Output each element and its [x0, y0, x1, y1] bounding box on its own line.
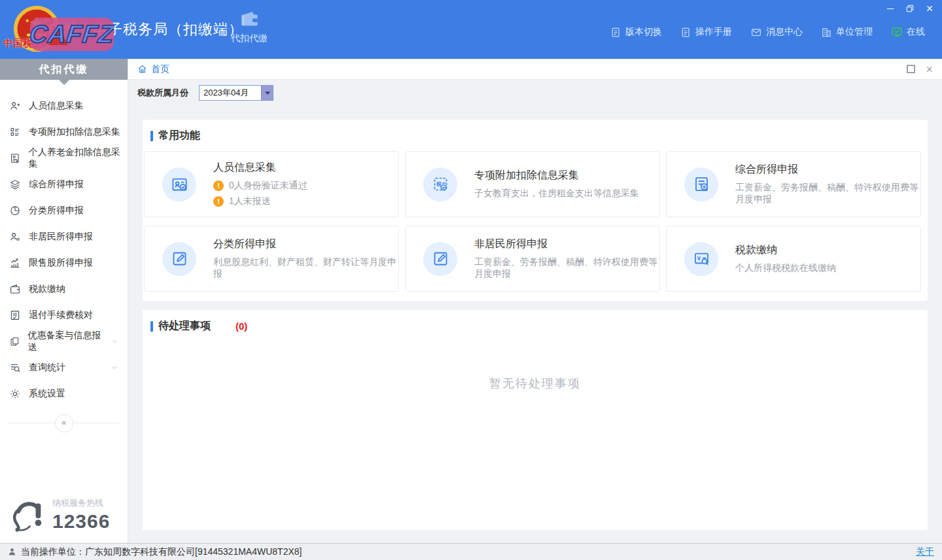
pending-empty-text: 暂无待处理事项: [143, 376, 928, 391]
close-button[interactable]: ×: [924, 3, 935, 14]
sidebar-nav: 人员信息采集 专项附加扣除信息采集 ¥ 个人养老金扣除信息采集 综合所得申报: [0, 80, 128, 407]
document-star-icon: [693, 175, 710, 193]
id-badge-check-icon: [171, 175, 188, 193]
filter-row: 税款所属月份 2023年04月: [128, 80, 942, 106]
menu-unit-management[interactable]: 单位管理: [821, 26, 873, 38]
tab-home[interactable]: 首页: [137, 63, 169, 75]
person-lines-icon: [9, 231, 21, 243]
hotline-block: 纳税服务热线 12366: [10, 496, 110, 534]
section-accent-bar: [150, 321, 153, 332]
tax-month-select[interactable]: 2023年04月: [199, 85, 273, 101]
pending-items-panel: 待处理事项 (0) 暂无待处理事项: [143, 310, 928, 530]
card-icon-wrap: [162, 242, 196, 276]
section-title: 常用功能: [158, 129, 200, 143]
tax-month-label: 税款所属月份: [137, 87, 188, 99]
warning-line: ! 1人未报送: [213, 196, 307, 207]
chevron-down-icon: [111, 338, 118, 345]
card-nonresident-income[interactable]: 非居民所得申报 工资薪金、劳务报酬、稿酬、特许权使用费等月度申报: [405, 226, 660, 292]
home-icon: [137, 64, 147, 74]
sidebar-item-query-statistics[interactable]: 查询统计: [0, 355, 128, 381]
card-tax-payment[interactable]: ¥ 税款缴纳 个人所得税税款在线缴纳: [666, 226, 921, 292]
id-card-icon: ¥: [9, 152, 21, 164]
sidebar-item-preferential-filing[interactable]: 优惠备案与信息报送: [0, 328, 128, 355]
card-subtitle: 工资薪金、劳务报酬、稿酬、特许权使用费等月度申报: [474, 256, 659, 280]
sidebar-item-label: 人员信息采集: [29, 100, 84, 112]
sidebar: 代扣代缴 人员信息采集 专项附加扣除信息采集 ¥ 个人养老金扣除信息采集: [0, 59, 128, 543]
menu-label: 操作手册: [695, 26, 732, 38]
cards-grid: 人员信息采集 ! 0人身份验证未通过 ! 1人未报送 税: [144, 151, 921, 292]
sidebar-item-classified-income[interactable]: 分类所得申报: [0, 198, 128, 224]
common-functions-panel: 常用功能 人员信息采集 ! 0人身份验证未通: [143, 120, 928, 301]
card-icon-wrap: [684, 167, 718, 201]
person-add-icon: [9, 100, 21, 112]
building-icon: [821, 27, 832, 38]
wallet-icon: [9, 283, 21, 295]
tax-form-check-icon: 税: [432, 175, 449, 193]
card-title: 分类所得申报: [213, 237, 398, 251]
card-title: 专项附加扣除信息采集: [474, 169, 639, 183]
sidebar-item-refund-fee-check[interactable]: 退付手续费核对: [0, 302, 128, 328]
card-personnel-info[interactable]: 人员信息采集 ! 0人身份验证未通过 ! 1人未报送: [144, 151, 399, 217]
menu-online-status[interactable]: 在线: [891, 26, 925, 38]
card-subtitle: 个人所得税税款在线缴纳: [735, 262, 836, 274]
sidebar-item-pension-deduction[interactable]: ¥ 个人养老金扣除信息采集: [0, 145, 128, 171]
person-icon: [8, 548, 16, 556]
warning-text: 1人未报送: [229, 196, 271, 207]
online-status-icon: [891, 26, 903, 38]
sidebar-item-label: 系统设置: [29, 388, 65, 400]
menu-label: 在线: [907, 26, 925, 38]
hotline-label: 纳税服务热线: [52, 497, 110, 509]
sidebar-item-system-settings[interactable]: 系统设置: [0, 381, 128, 407]
sidebar-item-label: 专项附加扣除信息采集: [29, 126, 120, 138]
sidebar-item-label: 退付手续费核对: [29, 309, 93, 321]
topnav-label: 代扣代缴: [231, 33, 268, 44]
card-title: 综合所得申报: [735, 163, 920, 177]
about-link[interactable]: 关于: [916, 546, 934, 558]
sidebar-item-nonresident-income[interactable]: 非居民所得申报: [0, 224, 128, 250]
card-icon-wrap: ¥: [684, 242, 718, 276]
card-icon-wrap: [423, 242, 457, 276]
svg-text:¥: ¥: [697, 254, 701, 262]
sidebar-item-label: 分类所得申报: [29, 205, 84, 217]
restore-button[interactable]: [904, 3, 916, 14]
warning-line: ! 0人身份验证未通过: [213, 180, 307, 192]
sidebar-item-comprehensive-income[interactable]: 综合所得申报: [0, 171, 128, 198]
pending-items-header: 待处理事项 (0): [143, 310, 928, 333]
restore-icon: [905, 4, 915, 13]
tax-month-value: 2023年04月: [200, 87, 261, 99]
sidebar-item-special-deduction[interactable]: 专项附加扣除信息采集: [0, 119, 128, 145]
menu-manual[interactable]: 操作手册: [680, 26, 732, 38]
bar-chart-icon: [9, 257, 21, 269]
topnav-tab-withholding[interactable]: 代扣代缴: [224, 8, 275, 44]
mail-icon: [750, 27, 762, 38]
card-classified-income[interactable]: 分类所得申报 利息股息红利、财产租赁、财产转让等月度申报: [144, 226, 399, 292]
tab-controls: ×: [907, 65, 933, 73]
card-special-deduction[interactable]: 税 专项附加扣除信息采集 子女教育支出，住房租金支出等信息采集: [405, 151, 660, 217]
edit-icon: [171, 250, 188, 268]
tab-close-icon[interactable]: ×: [926, 65, 933, 73]
menu-label: 版本切换: [625, 26, 662, 38]
sidebar-collapse-button[interactable]: «: [55, 414, 73, 432]
titlebar: 中国税务 自然人电子税务局（扣缴端） CAFFZ 代扣代缴 版本切换 操作手册: [0, 0, 942, 59]
sidebar-item-personnel-info[interactable]: 人员信息采集: [0, 93, 128, 119]
statusbar: 当前操作单位：广东知周数字科技有限公司[91445321MA4WU8T2X8] …: [0, 543, 942, 560]
card-title: 税款缴纳: [735, 243, 836, 257]
form-list-icon: [9, 126, 21, 138]
menu-message-center[interactable]: 消息中心: [750, 26, 803, 38]
menu-version-switch[interactable]: 版本切换: [610, 26, 662, 38]
sidebar-item-label: 非居民所得申报: [29, 231, 93, 243]
document-check-icon: [9, 309, 21, 321]
pay-search-icon: ¥: [693, 250, 710, 268]
sidebar-item-label: 限售股所得申报: [29, 257, 93, 269]
sidebar-item-tax-payment[interactable]: 税款缴纳: [0, 276, 128, 302]
wallet-icon: [237, 8, 261, 30]
minimize-button[interactable]: ─: [884, 3, 896, 14]
card-title: 人员信息采集: [213, 161, 307, 175]
select-dropdown-button[interactable]: [261, 86, 273, 100]
window-controls: ─ ×: [884, 3, 935, 14]
card-icon-wrap: 税: [423, 167, 457, 201]
card-comprehensive-income[interactable]: 综合所得申报 工资薪金、劳务报酬、稿酬、特许权使用费等月度申报: [666, 151, 921, 217]
copy-icon: [9, 336, 20, 347]
sidebar-item-restricted-shares[interactable]: 限售股所得申报: [0, 250, 128, 276]
tab-maximize-icon[interactable]: [907, 65, 915, 73]
